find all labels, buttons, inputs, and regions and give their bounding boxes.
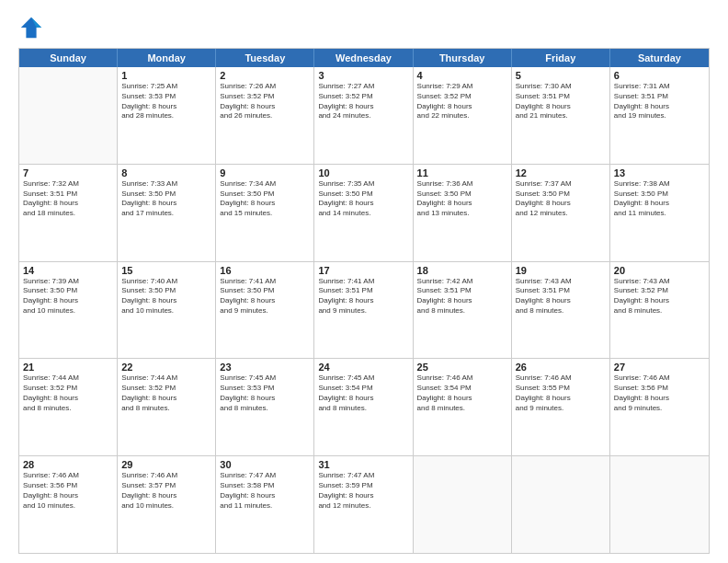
day-number: 1 (121, 70, 211, 81)
calendar-cell: 4Sunrise: 7:29 AM Sunset: 3:52 PM Daylig… (414, 67, 512, 164)
calendar-body: 1Sunrise: 7:25 AM Sunset: 3:53 PM Daylig… (19, 67, 709, 553)
day-info: Sunrise: 7:41 AM Sunset: 3:51 PM Dayligh… (318, 277, 408, 316)
day-info: Sunrise: 7:43 AM Sunset: 3:52 PM Dayligh… (614, 277, 705, 316)
calendar-cell: 3Sunrise: 7:27 AM Sunset: 3:52 PM Daylig… (314, 67, 413, 164)
calendar-cell: 16Sunrise: 7:41 AM Sunset: 3:50 PM Dayli… (216, 262, 314, 359)
calendar-cell: 12Sunrise: 7:37 AM Sunset: 3:50 PM Dayli… (512, 165, 610, 261)
calendar-row-4: 21Sunrise: 7:44 AM Sunset: 3:52 PM Dayli… (19, 358, 709, 455)
calendar-cell: 11Sunrise: 7:36 AM Sunset: 3:50 PM Dayli… (414, 165, 512, 261)
calendar-cell: 21Sunrise: 7:44 AM Sunset: 3:52 PM Dayli… (19, 359, 118, 455)
day-number: 11 (417, 167, 507, 178)
header-day-thursday: Thursday (414, 49, 512, 67)
day-number: 6 (614, 70, 705, 81)
day-info: Sunrise: 7:27 AM Sunset: 3:52 PM Dayligh… (318, 82, 408, 121)
calendar-cell: 8Sunrise: 7:33 AM Sunset: 3:50 PM Daylig… (118, 165, 216, 261)
day-number: 23 (220, 362, 310, 373)
day-number: 15 (121, 265, 211, 276)
day-info: Sunrise: 7:46 AM Sunset: 3:54 PM Dayligh… (417, 373, 507, 413)
day-info: Sunrise: 7:42 AM Sunset: 3:51 PM Dayligh… (417, 277, 507, 316)
calendar-cell (19, 67, 118, 164)
calendar-cell: 10Sunrise: 7:35 AM Sunset: 3:50 PM Dayli… (314, 165, 413, 261)
calendar-cell: 18Sunrise: 7:42 AM Sunset: 3:51 PM Dayli… (414, 262, 512, 359)
page: SundayMondayTuesdayWednesdayThursdayFrid… (0, 0, 728, 563)
calendar: SundayMondayTuesdayWednesdayThursdayFrid… (18, 48, 710, 554)
calendar-cell: 22Sunrise: 7:44 AM Sunset: 3:52 PM Dayli… (118, 359, 216, 455)
calendar-cell: 29Sunrise: 7:46 AM Sunset: 3:57 PM Dayli… (118, 456, 216, 553)
calendar-cell: 19Sunrise: 7:43 AM Sunset: 3:51 PM Dayli… (512, 262, 610, 359)
day-info: Sunrise: 7:35 AM Sunset: 3:50 PM Dayligh… (318, 179, 408, 219)
day-info: Sunrise: 7:29 AM Sunset: 3:52 PM Dayligh… (417, 82, 507, 121)
header-day-friday: Friday (512, 49, 610, 67)
calendar-cell: 2Sunrise: 7:26 AM Sunset: 3:52 PM Daylig… (216, 67, 314, 164)
header-day-monday: Monday (118, 49, 216, 67)
day-number: 3 (318, 70, 408, 81)
header-day-wednesday: Wednesday (314, 49, 413, 67)
calendar-cell: 28Sunrise: 7:46 AM Sunset: 3:56 PM Dayli… (19, 456, 118, 553)
calendar-cell: 15Sunrise: 7:40 AM Sunset: 3:50 PM Dayli… (118, 262, 216, 359)
day-number: 27 (614, 362, 705, 373)
day-info: Sunrise: 7:45 AM Sunset: 3:54 PM Dayligh… (318, 373, 408, 413)
day-info: Sunrise: 7:41 AM Sunset: 3:50 PM Dayligh… (220, 277, 310, 316)
day-info: Sunrise: 7:40 AM Sunset: 3:50 PM Dayligh… (121, 277, 211, 316)
calendar-cell: 20Sunrise: 7:43 AM Sunset: 3:52 PM Dayli… (610, 262, 709, 359)
day-info: Sunrise: 7:31 AM Sunset: 3:51 PM Dayligh… (614, 82, 705, 121)
logo (18, 15, 48, 40)
day-info: Sunrise: 7:37 AM Sunset: 3:50 PM Dayligh… (516, 179, 606, 219)
calendar-cell: 9Sunrise: 7:34 AM Sunset: 3:50 PM Daylig… (216, 165, 314, 261)
day-number: 12 (516, 167, 606, 178)
day-number: 29 (121, 459, 211, 470)
calendar-cell: 27Sunrise: 7:46 AM Sunset: 3:56 PM Dayli… (610, 359, 709, 455)
calendar-cell: 31Sunrise: 7:47 AM Sunset: 3:59 PM Dayli… (314, 456, 413, 553)
calendar-cell: 17Sunrise: 7:41 AM Sunset: 3:51 PM Dayli… (314, 262, 413, 359)
day-number: 7 (23, 167, 113, 178)
calendar-cell (414, 456, 512, 553)
calendar-row-2: 7Sunrise: 7:32 AM Sunset: 3:51 PM Daylig… (19, 164, 709, 261)
day-info: Sunrise: 7:25 AM Sunset: 3:53 PM Dayligh… (121, 82, 211, 121)
day-number: 10 (318, 167, 408, 178)
day-info: Sunrise: 7:44 AM Sunset: 3:52 PM Dayligh… (121, 373, 211, 413)
day-number: 20 (614, 265, 705, 276)
day-number: 30 (220, 459, 310, 470)
day-number: 25 (417, 362, 507, 373)
day-number: 22 (121, 362, 211, 373)
day-info: Sunrise: 7:45 AM Sunset: 3:53 PM Dayligh… (220, 373, 310, 413)
day-info: Sunrise: 7:47 AM Sunset: 3:58 PM Dayligh… (220, 471, 310, 511)
day-number: 17 (318, 265, 408, 276)
day-info: Sunrise: 7:47 AM Sunset: 3:59 PM Dayligh… (318, 471, 408, 511)
day-number: 28 (23, 459, 113, 470)
calendar-cell: 7Sunrise: 7:32 AM Sunset: 3:51 PM Daylig… (19, 165, 118, 261)
calendar-cell: 30Sunrise: 7:47 AM Sunset: 3:58 PM Dayli… (216, 456, 314, 553)
day-number: 31 (318, 459, 408, 470)
day-number: 24 (318, 362, 408, 373)
day-number: 16 (220, 265, 310, 276)
calendar-cell: 26Sunrise: 7:46 AM Sunset: 3:55 PM Dayli… (512, 359, 610, 455)
calendar-cell: 25Sunrise: 7:46 AM Sunset: 3:54 PM Dayli… (414, 359, 512, 455)
calendar-cell (512, 456, 610, 553)
calendar-cell: 1Sunrise: 7:25 AM Sunset: 3:53 PM Daylig… (118, 67, 216, 164)
header (18, 15, 710, 40)
day-number: 5 (516, 70, 606, 81)
day-info: Sunrise: 7:26 AM Sunset: 3:52 PM Dayligh… (220, 82, 310, 121)
day-info: Sunrise: 7:39 AM Sunset: 3:50 PM Dayligh… (23, 277, 113, 316)
day-info: Sunrise: 7:36 AM Sunset: 3:50 PM Dayligh… (417, 179, 507, 219)
calendar-cell: 24Sunrise: 7:45 AM Sunset: 3:54 PM Dayli… (314, 359, 413, 455)
day-number: 8 (121, 167, 211, 178)
day-info: Sunrise: 7:44 AM Sunset: 3:52 PM Dayligh… (23, 373, 113, 413)
day-number: 9 (220, 167, 310, 178)
day-info: Sunrise: 7:38 AM Sunset: 3:50 PM Dayligh… (614, 179, 705, 219)
calendar-cell: 5Sunrise: 7:30 AM Sunset: 3:51 PM Daylig… (512, 67, 610, 164)
day-number: 13 (614, 167, 705, 178)
day-number: 19 (516, 265, 606, 276)
day-info: Sunrise: 7:43 AM Sunset: 3:51 PM Dayligh… (516, 277, 606, 316)
calendar-row-5: 28Sunrise: 7:46 AM Sunset: 3:56 PM Dayli… (19, 455, 709, 553)
day-number: 4 (417, 70, 507, 81)
calendar-cell: 14Sunrise: 7:39 AM Sunset: 3:50 PM Dayli… (19, 262, 118, 359)
header-day-saturday: Saturday (610, 49, 709, 67)
day-info: Sunrise: 7:33 AM Sunset: 3:50 PM Dayligh… (121, 179, 211, 219)
calendar-cell (610, 456, 709, 553)
day-info: Sunrise: 7:46 AM Sunset: 3:56 PM Dayligh… (614, 373, 705, 413)
day-number: 14 (23, 265, 113, 276)
day-number: 2 (220, 70, 310, 81)
calendar-cell: 6Sunrise: 7:31 AM Sunset: 3:51 PM Daylig… (610, 67, 709, 164)
calendar-cell: 13Sunrise: 7:38 AM Sunset: 3:50 PM Dayli… (610, 165, 709, 261)
